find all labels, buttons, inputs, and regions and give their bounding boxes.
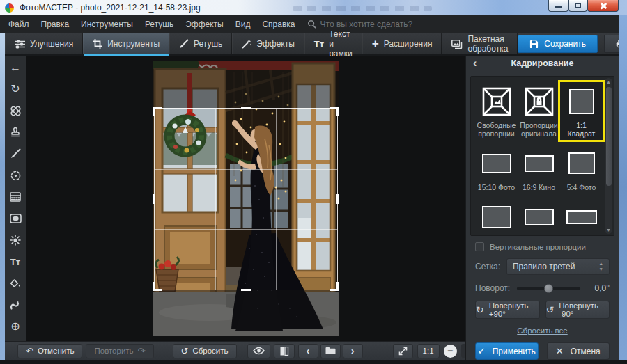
menu-file[interactable]: Файл [8, 19, 29, 29]
text-tool-icon[interactable]: Tт [8, 254, 23, 269]
brush-icon[interactable] [8, 146, 23, 161]
crop-handle-top-left[interactable] [153, 107, 162, 116]
cancel-button[interactable]: ✕ Отмена [547, 342, 610, 360]
crop-gridline [155, 169, 337, 170]
redo-label: Повторить [94, 347, 133, 355]
curl-icon[interactable] [8, 297, 23, 312]
crop-frame[interactable] [154, 108, 338, 290]
crop-preset[interactable]: 1:1 Квадрат [560, 82, 603, 140]
rotate-ccw-icon: ↺ [546, 305, 555, 315]
crop-handle-top[interactable] [241, 107, 251, 109]
tab-enhancements[interactable]: Улучшения [5, 33, 83, 54]
cross-icon: ✕ [556, 347, 564, 356]
apply-label: Применить [493, 347, 536, 356]
tab-retouch[interactable]: Ретушь [169, 33, 232, 54]
title-bar[interactable]: ФотоМАСТЕР - photo_2021-12-21_14-58-23.j… [0, 0, 627, 15]
menu-tools[interactable]: Инструменты [81, 19, 133, 29]
rotate-ccw-button[interactable]: ↺ Повернуть -90° [545, 301, 610, 319]
rotation-slider[interactable] [517, 287, 580, 290]
preview-original-button[interactable] [247, 344, 270, 358]
presets-scrollbar[interactable]: ▲ ▼ [605, 78, 612, 234]
tab-text-frames[interactable]: Tт Текст и рамки [304, 33, 362, 54]
target-icon[interactable]: ⊕ [8, 319, 23, 334]
crop-dim-top [153, 61, 339, 108]
crop-handle-bottom-right[interactable] [330, 282, 339, 291]
back-arrow-icon[interactable]: ← [8, 60, 23, 75]
bottom-toolbar: ↶ Отменить Повторить ↷ ↺ Сбросить [5, 341, 465, 360]
tab-batch[interactable]: Пакетная обработка [442, 33, 518, 54]
actual-size-button[interactable]: 1:1 [417, 344, 440, 358]
undo-button[interactable]: ↶ Отменить [17, 344, 82, 358]
maximize-button[interactable] [568, 0, 587, 12]
crop-presets-grid: Свободные пропорции Пропорции оригинала … [471, 77, 614, 236]
open-folder-button[interactable] [320, 344, 341, 358]
apply-button[interactable]: ✓ Применить [475, 342, 539, 360]
crop-dim-bottom [153, 290, 339, 336]
vertical-proportions-checkbox[interactable] [475, 242, 484, 251]
crop-handle-top-right[interactable] [330, 107, 339, 116]
crop-handle-left[interactable] [153, 194, 155, 204]
panel-collapse-icon[interactable]: ‹ [473, 58, 477, 69]
scroll-down-icon[interactable]: ▼ [605, 228, 612, 232]
radial-filter-icon[interactable] [8, 168, 23, 183]
crop-preset-icon [525, 201, 554, 233]
crop-preset-icon [482, 201, 511, 233]
crop-handle-bottom-left[interactable] [153, 282, 162, 291]
reset-button[interactable]: ↺ Сбросить [173, 344, 237, 358]
vignette-icon[interactable] [8, 211, 23, 226]
crop-preset[interactable]: Свободные пропорции [475, 82, 518, 140]
tab-label: Ретушь [194, 39, 222, 49]
crop-handle-right[interactable] [336, 194, 339, 204]
grid-select[interactable]: Правило третей ▲▼ [506, 258, 610, 275]
save-button[interactable]: Сохранить [518, 35, 598, 53]
canvas[interactable] [26, 56, 465, 341]
panel-title: Кадрирование [466, 58, 619, 68]
rotate-cw-button[interactable]: ↻ Повернуть +90° [475, 301, 540, 319]
spinner-icons[interactable]: ▲▼ [599, 262, 603, 271]
close-button[interactable] [587, 0, 619, 12]
zoom-out-button[interactable]: − [444, 345, 457, 358]
fill-icon[interactable] [8, 276, 23, 291]
healing-patch-icon[interactable] [8, 103, 23, 118]
reset-all-link[interactable]: Сбросить все [517, 326, 567, 335]
crop-rotate-icon[interactable]: ↻ [8, 81, 23, 97]
brush-icon [179, 39, 189, 49]
compare-button[interactable] [274, 344, 295, 358]
menu-edit[interactable]: Правка [41, 19, 70, 29]
crop-preset[interactable]: 16:9 Кино [518, 144, 560, 193]
undo-icon: ↶ [26, 347, 33, 356]
rotation-slider-knob[interactable] [544, 284, 553, 293]
fit-screen-button[interactable] [393, 344, 413, 358]
scroll-up-icon[interactable]: ▲ [605, 79, 612, 84]
search-input[interactable]: Что вы хотите сделать? [307, 19, 413, 29]
cancel-label: Отмена [571, 347, 601, 356]
next-photo-button[interactable]: › [343, 344, 363, 358]
light-icon[interactable] [8, 232, 23, 248]
check-icon: ✓ [478, 347, 486, 356]
scrollbar-thumb[interactable] [606, 87, 612, 186]
tab-tools[interactable]: Инструменты [83, 33, 169, 54]
graduated-filter-icon[interactable] [8, 189, 23, 205]
menu-retouch[interactable]: Ретушь [145, 19, 173, 29]
tab-effects[interactable]: Эффекты [232, 33, 304, 54]
crop-preset[interactable]: 15:10 Фото [475, 144, 518, 193]
crop-preset[interactable]: 4:3 Фото [475, 198, 518, 236]
menu-effects[interactable]: Эффекты [185, 19, 224, 29]
menu-view[interactable]: Вид [235, 19, 251, 29]
prev-photo-button[interactable]: ‹ [298, 344, 318, 358]
menu-help[interactable]: Справка [262, 19, 295, 29]
minimize-button[interactable] [548, 0, 568, 12]
crop-preset[interactable]: 2.17:1 iPhone X [560, 198, 603, 236]
grid-label: Сетка: [475, 262, 500, 271]
crop-preset-label: 16:9 Кино [522, 183, 555, 191]
tab-label: Текст и рамки [329, 29, 353, 58]
crop-preset[interactable]: 16:9 iPhone [518, 198, 560, 236]
tab-extensions[interactable]: + Расширения [362, 33, 442, 54]
crop-handle-bottom[interactable] [241, 289, 251, 291]
crop-preset[interactable]: 5:4 Фото [560, 144, 603, 193]
crop-gridline [215, 109, 216, 290]
stamp-icon[interactable] [8, 125, 23, 140]
crop-preset[interactable]: Пропорции оригинала [518, 82, 560, 140]
photo[interactable] [153, 61, 339, 336]
redo-button[interactable]: Повторить ↷ [86, 344, 153, 358]
